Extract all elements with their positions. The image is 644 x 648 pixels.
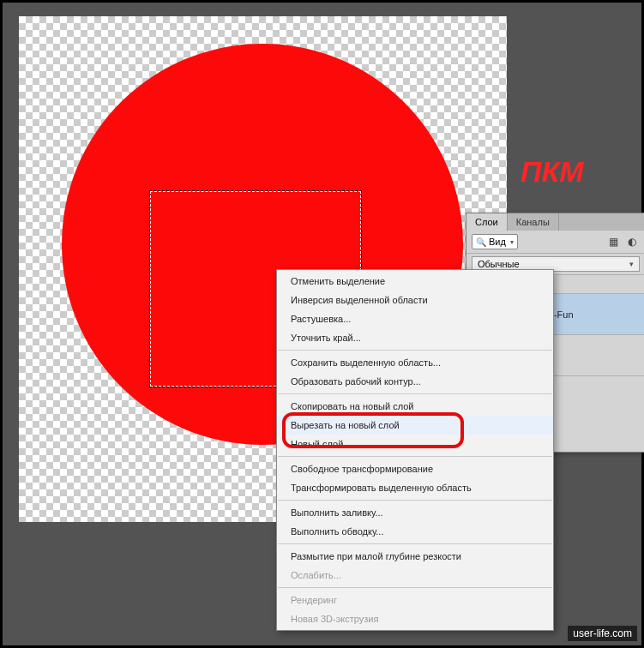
- menu-separator: [278, 543, 552, 544]
- tab-channels[interactable]: Каналы: [508, 213, 559, 231]
- menu-item[interactable]: Вырезать на новый слой: [277, 416, 553, 435]
- menu-item[interactable]: Сохранить выделенную область...: [277, 353, 553, 372]
- menu-item[interactable]: Образовать рабочий контур...: [277, 372, 553, 391]
- menu-item[interactable]: Выполнить заливку...: [277, 503, 553, 522]
- menu-separator: [278, 587, 552, 588]
- menu-separator: [278, 393, 552, 394]
- watermark: user-life.com: [568, 626, 637, 641]
- menu-item: Рендеринг: [277, 591, 553, 609]
- app-frame: ПКМ Слои Каналы 🔍 Вид ▾ ▦ ◐ Обычные ▾ ✥ …: [3, 3, 641, 645]
- menu-item: Новая 3D-экструзия: [277, 609, 553, 628]
- menu-separator: [278, 350, 552, 351]
- menu-item[interactable]: Растушевка...: [277, 309, 553, 328]
- search-icon: 🔍: [476, 237, 486, 247]
- kind-label: Вид: [489, 237, 506, 247]
- menu-item[interactable]: Размытие при малой глубине резкости: [277, 547, 553, 566]
- menu-separator: [278, 500, 552, 501]
- panel-tabs: Слои Каналы: [466, 213, 644, 231]
- tab-layers[interactable]: Слои: [466, 213, 508, 231]
- menu-item[interactable]: Отменить выделение: [277, 272, 553, 291]
- menu-item[interactable]: Инверсия выделенной области: [277, 291, 553, 309]
- filter-adjust-icon[interactable]: ◐: [624, 234, 640, 249]
- annotation-label: ПКМ: [521, 155, 584, 189]
- filter-image-icon[interactable]: ▦: [605, 234, 621, 249]
- menu-separator: [278, 456, 552, 457]
- panel-filter-row: 🔍 Вид ▾ ▦ ◐: [466, 231, 644, 253]
- context-menu: Отменить выделениеИнверсия выделенной об…: [276, 269, 554, 631]
- menu-item[interactable]: Скопировать на новый слой: [277, 397, 553, 416]
- menu-item: Ослабить...: [277, 566, 553, 585]
- chevron-updown-icon: ▾: [629, 260, 634, 268]
- menu-item[interactable]: Новый слой...: [277, 435, 553, 453]
- menu-item[interactable]: Трансформировать выделенную область: [277, 478, 553, 497]
- menu-item[interactable]: Свободное трансформирование: [277, 459, 553, 478]
- blend-mode-label: Обычные: [478, 259, 520, 269]
- menu-item[interactable]: Выполнить обводку...: [277, 522, 553, 541]
- chevron-down-icon: ▾: [510, 238, 514, 246]
- kind-dropdown[interactable]: 🔍 Вид ▾: [472, 234, 518, 249]
- menu-item[interactable]: Уточнить край...: [277, 328, 553, 347]
